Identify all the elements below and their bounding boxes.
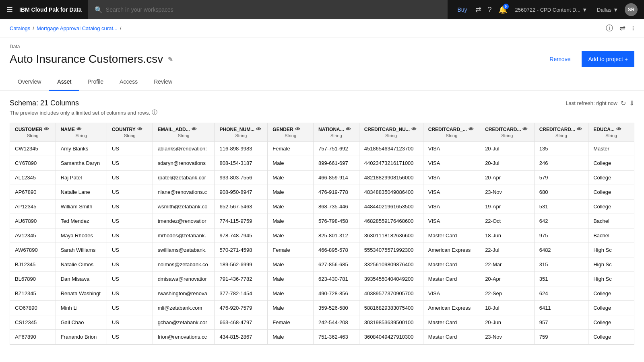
column-visibility-icon[interactable]: 👁 (469, 126, 474, 132)
breadcrumb-catalog-item[interactable]: Mortgage Approval Catalog curat... (37, 25, 118, 31)
add-to-project-button[interactable]: Add to project + (582, 51, 634, 67)
column-name: GENDER (272, 127, 293, 132)
table-cell: College (588, 185, 634, 200)
table-cell: 19-Apr (480, 200, 535, 214)
table-cell: College (588, 171, 634, 185)
table-cell: Natalie Lane (56, 185, 107, 200)
refresh-icon[interactable]: ↻ (621, 99, 626, 107)
edit-icon[interactable]: ✎ (168, 56, 173, 63)
table-cell: 36301118182636600 (359, 228, 423, 243)
tab-review[interactable]: Review (146, 74, 180, 91)
search-input[interactable] (106, 6, 442, 13)
column-visibility-icon[interactable]: 👁 (137, 126, 142, 132)
column-visibility-icon[interactable]: 👁 (295, 126, 300, 132)
table-row: AP12345William SmithUSwsmith@zetabank.co… (10, 200, 634, 214)
tab-asset[interactable]: Asset (49, 74, 79, 91)
tab-overview[interactable]: Overview (10, 74, 49, 91)
column-visibility-icon[interactable]: 👁 (577, 126, 582, 132)
column-visibility-icon[interactable]: 👁 (44, 126, 49, 132)
table-cell: VISA (423, 214, 480, 228)
table-cell: US (107, 142, 153, 156)
table-cell: Natalie Olmos (56, 257, 107, 272)
column-type: String (158, 133, 210, 138)
column-header-gender: GENDER 👁 String (268, 123, 314, 142)
table-cell: Amy Blanks (56, 142, 107, 156)
info-icon[interactable]: ⓘ (606, 23, 613, 33)
column-header-name: NAME 👁 String (56, 123, 107, 142)
column-visibility-icon[interactable]: 👁 (192, 126, 197, 132)
table-cell: 978-748-7945 (215, 228, 268, 243)
table-cell: tmendez@renovatior (153, 214, 215, 228)
table-cell: US (107, 200, 153, 214)
table-cell: 825-801-312 (313, 228, 359, 243)
column-name: CREDITCARD_NU... (364, 127, 410, 132)
grid-icon[interactable]: ⁝ (632, 24, 634, 33)
share-icon[interactable]: ⇌ (619, 24, 625, 33)
title-row: Auto Insurance Customers.csv ✎ Remove Ad… (10, 51, 634, 67)
table-cell: AP12345 (10, 200, 56, 214)
column-visibility-icon[interactable]: 👁 (76, 126, 82, 132)
table-cell: Master Card (423, 257, 480, 272)
table-row: AF67890Franando BrionUSfrion@renovations… (10, 330, 634, 344)
column-name: EMAIL_ADD... (158, 127, 190, 132)
schema-info-icon[interactable]: ⓘ (152, 109, 157, 116)
table-cell: Samantha Daryn (56, 156, 107, 171)
column-type: String (364, 133, 418, 138)
table-cell: 55534075571992300 (359, 243, 423, 257)
table-cell: Master Card (423, 315, 480, 330)
breadcrumb-catalogs[interactable]: Catalogs (10, 25, 30, 31)
table-cell: 30319853639500100 (359, 315, 423, 330)
table-cell: 359-526-580 (313, 301, 359, 315)
column-visibility-icon[interactable]: 👁 (256, 126, 261, 132)
table-cell: VISA (423, 142, 480, 156)
tab-bar: Overview Asset Profile Access Review (0, 74, 644, 91)
table-cell: US (107, 301, 153, 315)
column-visibility-icon[interactable]: 👁 (411, 126, 417, 132)
column-name: NATIONA... (318, 127, 344, 132)
table-cell: 18-Jun (480, 228, 535, 243)
column-visibility-icon[interactable]: 👁 (346, 126, 351, 132)
tab-profile[interactable]: Profile (79, 74, 111, 91)
table-cell: VISA (423, 156, 480, 171)
page-title: Auto Insurance Customers.csv (10, 53, 163, 66)
table-cell: 466-895-578 (313, 243, 359, 257)
table-cell: Male (268, 301, 314, 315)
column-header-creditcard---: CREDITCARD... 👁 String (480, 123, 535, 142)
notification-icon[interactable]: 🔔 9 (497, 4, 509, 16)
help-icon[interactable]: ? (486, 4, 493, 16)
table-cell: Male (268, 257, 314, 272)
table-cell: Male (268, 200, 314, 214)
table-cell: US (107, 228, 153, 243)
column-name: EDUCA... (593, 127, 615, 132)
table-cell: Raj Patel (56, 171, 107, 185)
table-cell: Female (268, 243, 314, 257)
table-cell: Male (268, 156, 314, 171)
location-selector[interactable]: Dallas ▼ (594, 7, 621, 13)
table-cell: 680 (534, 185, 588, 200)
table-cell: nlane@renovations.c (153, 185, 215, 200)
table-cell: 315 (534, 257, 588, 272)
avatar[interactable]: SR (625, 3, 638, 16)
download-icon[interactable]: ⇓ (629, 99, 634, 107)
add-icon: + (625, 56, 628, 62)
transfer-icon[interactable]: ⇄ (474, 4, 483, 16)
remove-button[interactable]: Remove (543, 53, 577, 66)
table-cell: 20-Jul (480, 142, 535, 156)
column-visibility-icon[interactable]: 👁 (522, 126, 528, 132)
content-area: Schema: 21 Columns Last refresh: right n… (0, 91, 644, 345)
column-visibility-icon[interactable]: 👁 (616, 126, 621, 132)
account-selector[interactable]: 2560722 - CPD Content D... ▼ (512, 7, 590, 13)
table-cell: 22-Jul (480, 243, 535, 257)
table-cell: 751-362-463 (313, 330, 359, 344)
table-cell: Male (268, 185, 314, 200)
tab-access[interactable]: Access (111, 74, 146, 91)
data-table-wrapper[interactable]: CUSTOMER 👁 String NAME 👁 String COUNTRY … (10, 123, 634, 345)
hamburger-icon[interactable]: ☰ (6, 5, 13, 14)
column-header-educa---: EDUCA... 👁 String (588, 123, 634, 142)
buy-button[interactable]: Buy (454, 6, 470, 13)
column-type: String (112, 133, 148, 138)
column-name: NAME (61, 127, 75, 132)
table-cell: 48218829908156000 (359, 171, 423, 185)
search-bar[interactable]: 🔍 (88, 0, 448, 19)
table-cell: 624 (534, 286, 588, 301)
